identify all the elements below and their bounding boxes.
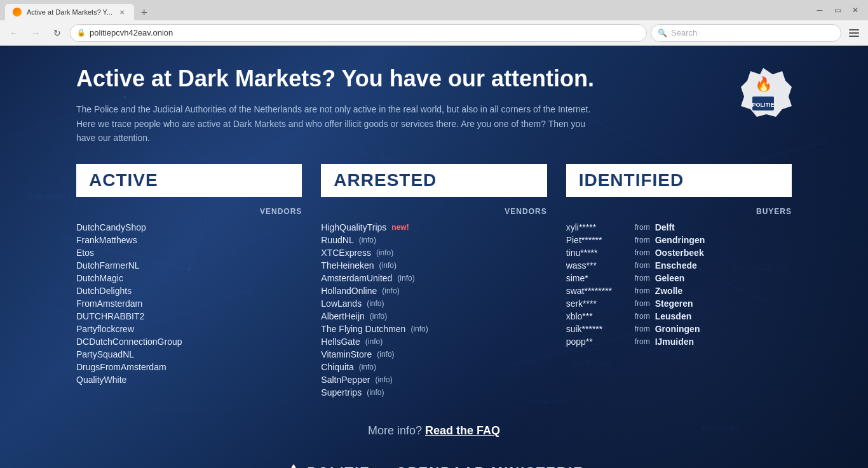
faq-section: More info? Read the FAQ [76, 424, 792, 438]
list-item: HellsGate (info) [321, 335, 546, 348]
list-item: DutchCandyShop [76, 221, 302, 234]
ministerie-text: OPENBAAR MINISTERIE [396, 464, 584, 468]
footer-section: POLITIE OPENBAAR MINISTERIE National Pol… [76, 463, 792, 468]
browser-menu-button[interactable] [845, 24, 863, 42]
minimize-button[interactable]: ─ [812, 4, 827, 16]
identified-column-title: IDENTIFIED [579, 170, 684, 190]
list-item: SaltnPepper (info) [321, 373, 546, 386]
list-item: serk**** from Stegeren [566, 297, 792, 310]
list-item: xblo*** from Leusden [566, 310, 792, 323]
address-bar[interactable]: 🔒 politiepcvh42eav.onion [70, 24, 647, 42]
list-item: LowLands (info) [321, 297, 546, 310]
active-column-title: ACTIVE [89, 170, 158, 190]
menu-line-2 [849, 32, 859, 34]
header-section: Active at Dark Markets? You have our att… [76, 65, 792, 145]
faq-link[interactable]: Read the FAQ [425, 424, 500, 437]
list-item: DrugsFromAmsterdam [76, 361, 302, 373]
arrested-column-title: ARRESTED [334, 170, 437, 190]
svg-text:POLITIE: POLITIE [752, 102, 774, 108]
window-controls: ─ ▭ ✕ [812, 4, 863, 16]
list-item: DUTCHRABBIT2 [76, 310, 302, 323]
back-button[interactable]: ← [5, 24, 23, 42]
security-icon: 🔒 [77, 29, 86, 37]
browser-window: Active at Dark Markets? Y... ✕ + ─ ▭ ✕ ←… [0, 0, 868, 468]
tab-favicon-icon [13, 8, 22, 17]
list-item: Chiquita (info) [321, 361, 546, 373]
arrested-vendors-subtitle: VENDORS [321, 207, 546, 216]
active-vendor-list: DutchCandyShop FrankMatthews Etos DutchF… [76, 221, 302, 386]
identified-grid: xyli***** from Delft Piet****** from Gen… [566, 221, 792, 348]
list-item: tinu***** from Oosterbeek [566, 246, 792, 259]
menu-line-1 [849, 29, 859, 30]
list-item: Piet****** from Gendringen [566, 234, 792, 246]
list-item: DutchFarmerNL [76, 259, 302, 272]
list-item: XTCExpress (info) [321, 246, 546, 259]
active-tab[interactable]: Active at Dark Markets? Y... ✕ [5, 4, 134, 20]
list-item: wass*** from Enschede [566, 259, 792, 272]
arrested-column-header: ARRESTED [321, 164, 546, 197]
toolbar: ← → ↻ 🔒 politiepcvh42eav.onion 🔍 Search [0, 20, 868, 46]
url-text: politiepcvh42eav.onion [90, 28, 640, 37]
list-item: FromAmsterdam [76, 297, 302, 310]
list-item: popp** from IJmuiden [566, 335, 792, 348]
footer-logos: POLITIE OPENBAAR MINISTERIE [76, 463, 792, 468]
list-item: AlbertHeijn (info) [321, 310, 546, 323]
close-button[interactable]: ✕ [848, 4, 863, 16]
politie-logo: POLITIE [284, 463, 370, 468]
list-item: suik****** from Groningen [566, 323, 792, 335]
list-item: HighQualityTrips new! [321, 221, 546, 234]
list-item: VitaminStore (info) [321, 348, 546, 361]
search-icon: 🔍 [658, 29, 667, 37]
politie-flame-icon [284, 463, 303, 468]
list-item: Supertrips (info) [321, 386, 546, 399]
faq-prefix-text: More info? [368, 424, 422, 437]
list-item: The Flying Dutchmen (info) [321, 323, 546, 335]
tab-bar: Active at Dark Markets? Y... ✕ + [5, 0, 807, 20]
list-item: AmsterdamUnited (info) [321, 272, 546, 284]
active-column: ACTIVE VENDORS DutchCandyShop FrankMatth… [76, 164, 302, 399]
main-description: The Police and the Judicial Authorities … [76, 102, 597, 145]
list-item: DutchDelights [76, 284, 302, 297]
search-box[interactable]: 🔍 Search [651, 24, 841, 42]
ministerie-logo: OPENBAAR MINISTERIE [396, 464, 584, 468]
title-bar: Active at Dark Markets? Y... ✕ + ─ ▭ ✕ [0, 0, 868, 20]
reload-button[interactable]: ↻ [48, 24, 66, 42]
list-item: DCDutchConnectionGroup [76, 335, 302, 348]
list-item: TheHeineken (info) [321, 259, 546, 272]
identified-column: IDENTIFIED BUYERS xyli***** from Delft P… [566, 164, 792, 399]
active-column-header: ACTIVE [76, 164, 302, 197]
header-text: Active at Dark Markets? You have our att… [76, 65, 722, 145]
active-vendors-subtitle: VENDORS [76, 207, 302, 216]
page-content: 0x0CAB88C2 6x0E0 176.124.13.234 8x00F91A… [0, 46, 868, 468]
logo-area: 🔥 POLITIE [735, 65, 792, 124]
arrested-column: ARRESTED VENDORS HighQualityTrips new! R… [321, 164, 546, 399]
tab-title: Active at Dark Markets? Y... [27, 8, 112, 16]
list-item: PartySquadNL [76, 348, 302, 361]
list-item: sime* from Geleen [566, 272, 792, 284]
tab-close-button[interactable]: ✕ [118, 8, 126, 17]
list-item: Etos [76, 246, 302, 259]
identified-names: xyli***** from Delft Piet****** from Gen… [566, 221, 792, 348]
buyers-subtitle: BUYERS [566, 207, 792, 216]
search-placeholder-text: Search [671, 28, 697, 37]
list-item: HollandOnline (info) [321, 284, 546, 297]
list-item: swat******** from Zwolle [566, 284, 792, 297]
list-item: Partyflockcrew [76, 323, 302, 335]
list-item: DutchMagic [76, 272, 302, 284]
identified-column-header: IDENTIFIED [566, 164, 792, 197]
menu-line-3 [849, 36, 859, 37]
police-logo-icon: 🔥 POLITIE [735, 65, 792, 122]
main-title: Active at Dark Markets? You have our att… [76, 65, 722, 92]
politie-text: POLITIE [307, 464, 370, 468]
list-item: xyli***** from Delft [566, 221, 792, 234]
list-item: QualityWhite [76, 373, 302, 386]
new-tab-button[interactable]: + [137, 5, 152, 20]
maximize-button[interactable]: ▭ [830, 4, 845, 16]
page-inner: Active at Dark Markets? You have our att… [0, 46, 868, 468]
svg-text:🔥: 🔥 [755, 76, 773, 93]
columns-section: ACTIVE VENDORS DutchCandyShop FrankMatth… [76, 164, 792, 399]
list-item: FrankMatthews [76, 234, 302, 246]
forward-button[interactable]: → [27, 24, 44, 42]
arrested-vendor-list: HighQualityTrips new! RuudNL (info) XTCE… [321, 221, 546, 399]
list-item: RuudNL (info) [321, 234, 546, 246]
